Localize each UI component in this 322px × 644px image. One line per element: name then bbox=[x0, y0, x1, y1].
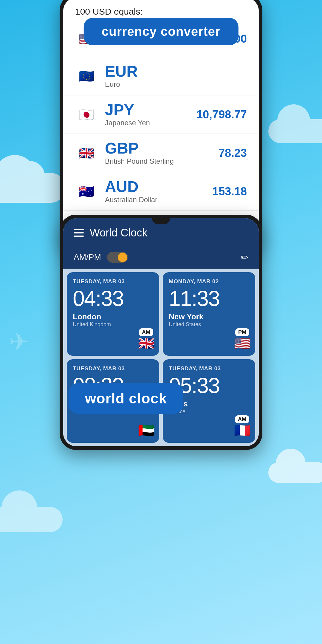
world-clock-subheader: AM/PM ✏ bbox=[63, 247, 259, 269]
jpy-flag: 🇯🇵 bbox=[75, 103, 97, 126]
hamburger-line bbox=[74, 236, 84, 237]
world-clock-phone: World Clock AM/PM ✏ TUESDAY, MAR 03 04:3… bbox=[60, 215, 262, 450]
table-row: 🇪🇺 EUR Euro bbox=[63, 57, 259, 95]
ampm-badge-london: AM bbox=[139, 328, 153, 336]
clock-city-newyork: New York bbox=[169, 312, 249, 321]
phone2-frame: World Clock AM/PM ✏ TUESDAY, MAR 03 04:3… bbox=[60, 215, 262, 450]
table-row: 🇦🇺 AUD Australian Dollar 153.18 bbox=[63, 172, 259, 211]
ampm-label: AM/PM bbox=[74, 253, 101, 262]
clock-date: TUESDAY, MAR 03 bbox=[73, 278, 153, 285]
hamburger-line bbox=[74, 232, 84, 233]
menu-button[interactable] bbox=[74, 229, 84, 237]
clock-time: 04:33 bbox=[73, 288, 153, 309]
ampm-badge-paris: AM bbox=[235, 415, 249, 423]
eur-flag: 🇪🇺 bbox=[75, 65, 97, 87]
clock-card-london[interactable]: TUESDAY, MAR 03 04:33 AM London United K… bbox=[67, 272, 159, 356]
paris-flag: 🇫🇷 bbox=[234, 422, 251, 438]
table-row: 🇬🇧 GBP British Pound Sterling 78.23 bbox=[63, 134, 259, 172]
gbp-info: GBP British Pound Sterling bbox=[105, 140, 219, 165]
table-row: 🇯🇵 JPY Japanese Yen 10,798.77 bbox=[63, 95, 259, 134]
newyork-flag: 🇺🇸 bbox=[234, 335, 251, 351]
clock-date: TUESDAY, MAR 03 bbox=[169, 365, 249, 372]
uae-flag: 🇦🇪 bbox=[138, 422, 155, 438]
jpy-amount: 10,798.77 bbox=[196, 108, 247, 121]
gbp-amount: 78.23 bbox=[219, 147, 247, 160]
aud-code: AUD bbox=[105, 179, 212, 194]
edit-button[interactable]: ✏ bbox=[241, 252, 248, 263]
eur-info: EUR Euro bbox=[105, 64, 247, 89]
jpy-name: Japanese Yen bbox=[105, 119, 196, 127]
world-clock-title: World Clock bbox=[90, 227, 248, 239]
gbp-flag: 🇬🇧 bbox=[75, 142, 97, 164]
airplane-icon: ✈ bbox=[9, 328, 29, 356]
london-flag: 🇬🇧 bbox=[138, 335, 155, 351]
toggle-thumb bbox=[118, 253, 127, 262]
gbp-code: GBP bbox=[105, 140, 219, 156]
clock-city-london: London bbox=[73, 312, 153, 321]
gbp-name: British Pound Sterling bbox=[105, 157, 219, 165]
cloud-1 bbox=[0, 173, 66, 203]
eur-code: EUR bbox=[105, 64, 247, 79]
toggle-track bbox=[107, 252, 128, 263]
eur-name: Euro bbox=[105, 80, 247, 89]
clocks-grid: TUESDAY, MAR 03 04:33 AM London United K… bbox=[63, 269, 259, 446]
currency-converter-badge: currency converter bbox=[84, 18, 239, 45]
hamburger-line bbox=[74, 229, 84, 230]
clock-card-newyork[interactable]: MONDAY, MAR 02 11:33 PM New York United … bbox=[163, 272, 255, 356]
aud-flag: 🇦🇺 bbox=[75, 180, 97, 203]
aud-info: AUD Australian Dollar bbox=[105, 179, 212, 204]
clock-country-london: United Kingdom bbox=[73, 321, 153, 328]
cloud-2 bbox=[268, 119, 322, 143]
jpy-info: JPY Japanese Yen bbox=[105, 102, 196, 127]
aud-amount: 153.18 bbox=[212, 185, 247, 198]
clock-date: TUESDAY, MAR 03 bbox=[73, 365, 153, 372]
clock-country-newyork: United States bbox=[169, 321, 249, 328]
ampm-badge-newyork: PM bbox=[235, 328, 249, 336]
clock-date: MONDAY, MAR 02 bbox=[169, 278, 249, 285]
ampm-toggle[interactable] bbox=[107, 252, 128, 263]
cloud-3 bbox=[268, 462, 322, 483]
clock-time: 11:33 bbox=[169, 288, 249, 309]
aud-name: Australian Dollar bbox=[105, 196, 212, 204]
jpy-code: JPY bbox=[105, 102, 196, 117]
world-clock-badge: world clock bbox=[69, 383, 183, 414]
cloud-4 bbox=[0, 507, 63, 532]
